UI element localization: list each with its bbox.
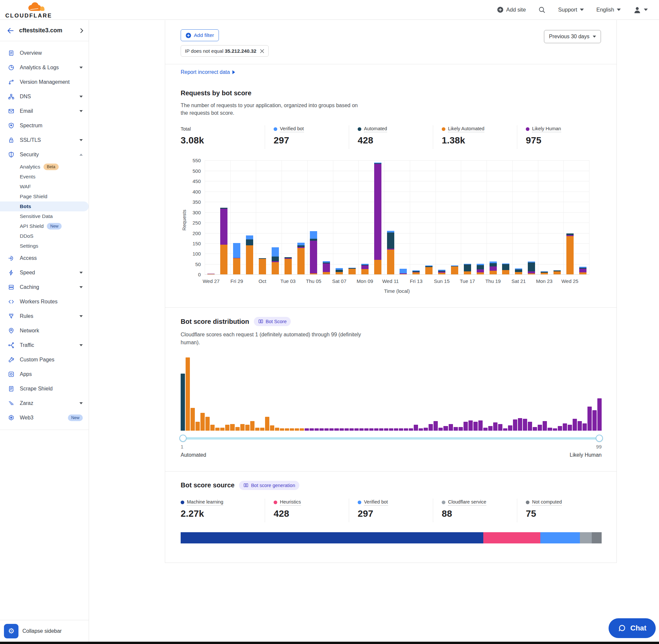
sidebar-item-zaraz[interactable]: Zaraz: [0, 396, 89, 411]
report-incorrect-data-link[interactable]: Report incorrect data: [181, 69, 235, 75]
x-axis-tick: Wed 27: [196, 278, 226, 284]
hist-bar-likely-automated: [235, 427, 240, 431]
bar-automated-oct-22: [528, 262, 535, 271]
caching-icon: [8, 284, 15, 291]
ssl-icon: [8, 137, 15, 143]
hist-bar-likely-human: [324, 428, 329, 431]
sidebar-item-waf[interactable]: WAF: [0, 182, 89, 191]
sidebar-item-settings[interactable]: Settings: [0, 241, 89, 251]
sidebar-item-email[interactable]: Email: [0, 104, 89, 118]
sidebar-item-apps[interactable]: Apps: [0, 367, 89, 382]
bar-likely-human-oct-12: [400, 273, 407, 274]
requests-stat-total: Total3.08k: [181, 125, 265, 149]
collapse-sidebar-button[interactable]: Collapse sidebar: [22, 628, 62, 634]
bar-verified-bot-oct-05: [310, 231, 317, 239]
chevron-down-icon: [580, 8, 584, 11]
sidebar-item-page-shield[interactable]: Page Shield: [0, 191, 89, 202]
chevron-right-icon[interactable]: [79, 28, 84, 33]
sidebar-item-label: Speed: [20, 270, 79, 276]
sidebar-item-analytics[interactable]: AnalyticsBeta: [0, 162, 89, 172]
sidebar-item-label: Version Management: [20, 79, 83, 85]
hist-bar-likely-automated: [300, 428, 304, 431]
close-icon[interactable]: [260, 49, 264, 53]
hist-bar-likely-human: [563, 423, 567, 431]
sidebar-item-network[interactable]: Network: [0, 323, 89, 338]
hist-bar-likely-human: [419, 428, 423, 431]
bot-score-badge[interactable]: Bot Score: [254, 317, 291, 326]
sidebar-item-rules[interactable]: Rules: [0, 309, 89, 323]
slider-min-label: Automated: [181, 452, 206, 458]
settings-gear-button[interactable]: ⚙: [4, 624, 19, 638]
bar-likely-human-oct-09: [361, 266, 369, 269]
hist-bar-likely-human: [374, 428, 378, 431]
sidebar-item-caching[interactable]: Caching: [0, 280, 89, 295]
bar-likely-automated-oct-22: [528, 273, 535, 274]
badge-new: New: [68, 414, 83, 421]
add-site-button[interactable]: Add site: [497, 6, 526, 13]
x-axis-tick: Mon 23: [529, 278, 559, 284]
back-arrow-icon[interactable]: [6, 27, 15, 34]
hist-bar-likely-human: [578, 421, 582, 431]
source-stat-cloudflare-service: Cloudflare service88: [433, 499, 517, 522]
sidebar-subitem-label: Events: [20, 174, 35, 180]
gridline: [205, 202, 589, 202]
bar-automated-sep-30: [246, 239, 253, 245]
search-button[interactable]: [538, 6, 546, 14]
y-axis-tick: 450: [181, 178, 201, 184]
sidebar-item-traffic[interactable]: Traffic: [0, 338, 89, 352]
sidebar-item-version-management[interactable]: Version Management: [0, 75, 89, 89]
hist-bar-likely-human: [310, 428, 314, 431]
stat-value: 2.27k: [181, 508, 265, 519]
requests-section-title: Requests by bot score: [181, 89, 252, 97]
bar-likely-automated-oct-09: [361, 269, 369, 274]
bar-likely-automated-oct-23: [541, 273, 548, 274]
sidebar-item-web3[interactable]: Web3New: [0, 411, 89, 425]
gridline: [436, 160, 436, 274]
hist-bar-likely-automated: [280, 428, 284, 431]
sidebar-item-bots[interactable]: Bots: [0, 202, 89, 211]
sidebar-item-scrape-shield[interactable]: Scrape Shield: [0, 382, 89, 396]
gridline: [205, 254, 589, 254]
gridline: [410, 160, 410, 274]
user-icon: [633, 6, 641, 14]
spectrum-icon: [8, 122, 15, 129]
sidebar-item-overview[interactable]: Overview: [0, 46, 89, 60]
hist-bar-likely-human: [320, 428, 324, 431]
time-range-dropdown[interactable]: Previous 30 days: [544, 30, 601, 43]
slider-track[interactable]: [181, 437, 602, 440]
distribution-section-title: Bot score distribution: [181, 318, 249, 325]
hist-bar-likely-human: [488, 426, 493, 430]
cloudflare-logo[interactable]: CLOUDFLARE: [0, 0, 66, 20]
language-menu[interactable]: English: [596, 6, 621, 13]
sidebar-item-analytics-logs[interactable]: Analytics & Logs: [0, 60, 89, 75]
support-menu[interactable]: Support: [558, 6, 584, 13]
bar-verified-bot-oct-19: [490, 261, 497, 263]
account-menu[interactable]: [633, 6, 648, 14]
slider-handle-max[interactable]: [596, 435, 603, 442]
sidebar-item-sensitive-data[interactable]: Sensitive Data: [0, 211, 89, 221]
bar-likely-automated-oct-03: [284, 259, 292, 275]
sidebar-item-spectrum[interactable]: Spectrum: [0, 118, 89, 133]
bar-automated-oct-06: [323, 262, 330, 263]
bar-automated-oct-01: [259, 258, 266, 259]
sidebar-item-access[interactable]: Access: [0, 251, 89, 266]
add-filter-button[interactable]: Add filter: [181, 29, 219, 41]
bot-score-generation-badge[interactable]: Bot score generation: [239, 481, 299, 490]
sidebar-item-ssl-tls[interactable]: SSL/TLS: [0, 133, 89, 147]
sidebar-item-ddos[interactable]: DDoS: [0, 231, 89, 241]
bar-likely-automated-oct-12: [400, 274, 407, 274]
hist-bar-likely-human: [518, 418, 522, 431]
sidebar-item-events[interactable]: Events: [0, 172, 89, 182]
sidebar-item-speed[interactable]: Speed: [0, 266, 89, 280]
hist-bar-likely-automated: [220, 428, 225, 431]
sidebar-item-api-shield[interactable]: API ShieldNew: [0, 221, 89, 231]
sidebar-item-dns[interactable]: DNS: [0, 89, 89, 104]
rules-icon: [8, 313, 15, 320]
sidebar-item-workers-routes[interactable]: Workers Routes: [0, 295, 89, 309]
hist-bar-likely-human: [454, 427, 458, 431]
sidebar-item-custom-pages[interactable]: Custom Pages: [0, 352, 89, 367]
slider-handle-min[interactable]: [179, 435, 187, 442]
chat-button[interactable]: Chat: [609, 618, 656, 638]
sidebar-item-security[interactable]: Security: [0, 147, 89, 162]
bar-verified-bot-oct-16: [451, 266, 458, 266]
